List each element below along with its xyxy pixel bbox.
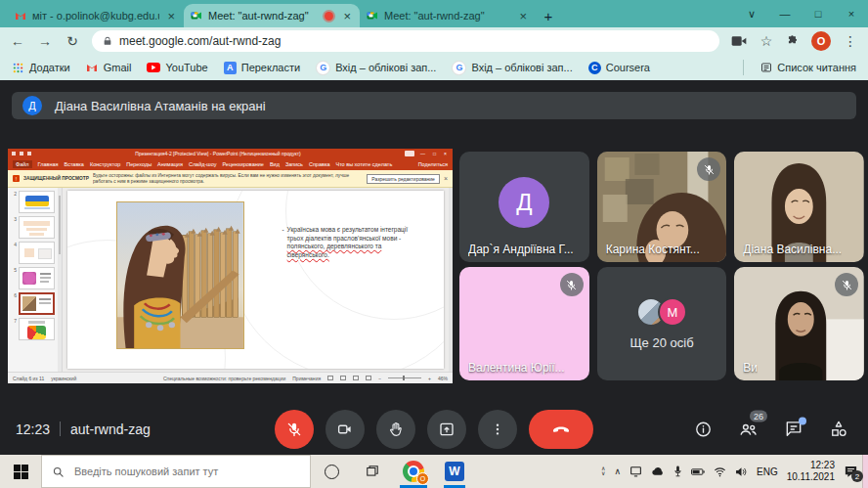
back-icon[interactable]: ←: [10, 33, 25, 49]
scroll-down-icon: ∨: [601, 471, 605, 476]
mic-muted-icon: [560, 273, 584, 296]
maximize-button[interactable]: □: [802, 8, 835, 20]
redo-icon: [27, 152, 31, 155]
zoom-percent: 46%: [438, 376, 448, 381]
present-screen-button[interactable]: [427, 410, 466, 449]
more-options-button[interactable]: [478, 410, 517, 449]
bookmark-gmail[interactable]: Gmail: [86, 62, 132, 74]
meeting-details-button[interactable]: [694, 420, 713, 438]
bookmark-translate[interactable]: A Перекласти: [224, 62, 300, 74]
wifi-icon[interactable]: [714, 466, 726, 477]
bullet-dash: -: [282, 226, 283, 259]
cortana-button[interactable]: [311, 455, 352, 488]
tab-meet-active[interactable]: Meet: "aut-rwnd-zag" ×: [184, 4, 360, 27]
participant-name: Ви: [743, 361, 758, 375]
close-icon: ×: [442, 151, 449, 156]
ribbon-tab-file: Файл: [13, 160, 32, 168]
action-center-button[interactable]: 2: [844, 465, 858, 478]
show-people-button[interactable]: 26: [738, 419, 759, 439]
participant-tile-valentyna[interactable]: Валентина Юрії...: [459, 267, 589, 380]
close-window-button[interactable]: ×: [835, 8, 868, 20]
battery-icon[interactable]: [691, 467, 705, 476]
tab-meet-2[interactable]: Meet: "aut-rwnd-zag" ×: [360, 4, 536, 27]
new-tab-button[interactable]: +: [536, 4, 561, 27]
search-input[interactable]: [72, 465, 300, 478]
overflow-tile-more-people[interactable]: M Ще 20 осіб: [597, 267, 727, 380]
powerpoint-body: 2 3 4: [8, 188, 453, 372]
task-view-button[interactable]: [352, 455, 393, 488]
bookmark-star-icon[interactable]: ☆: [759, 33, 774, 49]
powerpoint-window-title: Презентация4-2 [Protected View] - PowerP…: [35, 151, 401, 156]
display-device-icon[interactable]: [629, 466, 642, 477]
bookmark-google-signin-2[interactable]: G Вхід – облікові зап...: [452, 61, 572, 75]
bookmark-google-signin-1[interactable]: G Вхід – облікові зап...: [316, 61, 436, 75]
ribbon-tab: Главная: [38, 161, 59, 167]
zoom-in-icon: +: [428, 376, 431, 381]
microphone-icon[interactable]: [673, 466, 682, 477]
slide-bullet-text: - Українська мова є результатом інтеграц…: [282, 226, 420, 259]
undo-icon: [20, 152, 23, 155]
participant-tile-diana[interactable]: Діана Василівна...: [734, 152, 864, 262]
volume-icon[interactable]: [735, 466, 748, 477]
start-button[interactable]: [0, 455, 41, 488]
tab-title: міт - o.polinok@kubg.edu.ua - П: [32, 10, 159, 22]
recording-icon: [325, 12, 333, 21]
participant-tile-darya[interactable]: Д Дар`я Андріївна Г...: [459, 152, 589, 262]
forward-icon[interactable]: →: [37, 33, 53, 49]
thumbnail-row: 2: [8, 191, 58, 213]
ribbon-tab: Вставка: [64, 161, 83, 167]
chat-button[interactable]: [784, 420, 803, 439]
reload-icon[interactable]: ↻: [65, 33, 80, 49]
taskbar-chrome-button[interactable]: O: [393, 455, 434, 488]
slide-thumbnail-2: [19, 191, 55, 213]
tab-title: Meet: "aut-rwnd-zag": [384, 10, 511, 22]
language-indicator[interactable]: ENG: [757, 466, 778, 477]
bookmark-apps[interactable]: Додатки: [12, 62, 70, 74]
camera-in-use-icon[interactable]: [731, 35, 747, 47]
extensions-icon[interactable]: [786, 34, 800, 48]
slide-scrollbar[interactable]: [449, 188, 453, 372]
coursera-icon: C: [588, 62, 601, 74]
window-menu-icon[interactable]: ∨: [735, 8, 768, 21]
slideshow-icon: [366, 376, 371, 380]
minimize-button[interactable]: —: [768, 8, 802, 20]
hidden-icons-chevron[interactable]: ∧: [614, 466, 621, 476]
mic-toggle-button[interactable]: [275, 410, 314, 449]
raise-hand-button[interactable]: [376, 410, 415, 449]
taskbar-word-button[interactable]: W: [434, 455, 475, 488]
thumbnail-row: 3: [8, 216, 58, 239]
tray-scroll-arrows[interactable]: ∧ ∨: [601, 466, 605, 476]
show-desktop-strip[interactable]: [862, 455, 868, 488]
browser-menu-icon[interactable]: ⋮: [843, 33, 858, 49]
close-icon[interactable]: ×: [165, 9, 177, 23]
save-icon: [12, 152, 16, 155]
google-g-icon: G: [452, 61, 466, 75]
ribbon-tab: Слайд-шоу: [189, 161, 217, 167]
tab-gmail[interactable]: міт - o.polinok@kubg.edu.ua - П ×: [8, 4, 184, 27]
normal-view-icon: [327, 376, 333, 380]
thumbnail-scrollbar[interactable]: [58, 188, 62, 372]
reading-list-button[interactable]: Список читання: [760, 62, 856, 74]
zoom-out-icon: −: [378, 376, 381, 381]
chat-notification-dot: [799, 418, 806, 425]
bookmarks-bar: Додатки Gmail YouTube A Перекласти G Вхі…: [0, 55, 868, 80]
taskbar-search-box[interactable]: [41, 455, 311, 488]
close-icon[interactable]: ×: [517, 9, 529, 23]
participant-tile-you[interactable]: Ви: [734, 267, 864, 380]
leave-call-button[interactable]: [529, 410, 593, 449]
address-bar[interactable]: meet.google.com/aut-rwnd-zag: [92, 30, 719, 52]
enable-editing-button: Разрешить редактирование: [367, 174, 440, 184]
bullet-text-part1: Українська мова є результатом інтеграції…: [287, 226, 408, 241]
participant-name: Карина Костянт...: [606, 243, 700, 256]
activities-button[interactable]: [829, 420, 848, 439]
participant-tile-karyna[interactable]: Карина Костянт...: [597, 152, 727, 262]
onedrive-cloud-icon[interactable]: [651, 466, 665, 476]
clock-time: 12:23: [787, 460, 835, 472]
bookmark-coursera[interactable]: C Coursera: [588, 62, 650, 74]
profile-avatar[interactable]: O: [811, 31, 831, 51]
taskbar-clock[interactable]: 12:23 10.11.2021: [787, 460, 835, 484]
camera-toggle-button[interactable]: [326, 410, 365, 449]
bookmark-youtube[interactable]: YouTube: [147, 62, 207, 73]
cortana-icon: [325, 465, 339, 479]
close-icon[interactable]: ×: [341, 9, 353, 23]
